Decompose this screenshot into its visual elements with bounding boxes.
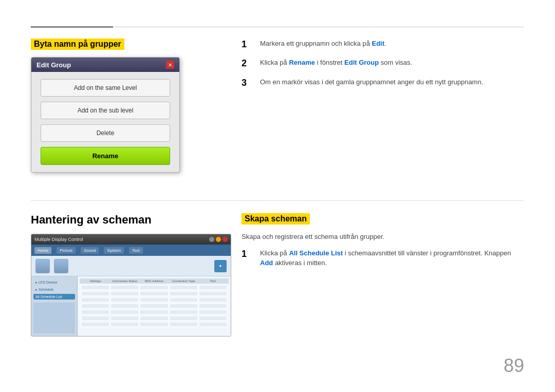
col-port: Port: [199, 279, 227, 283]
cell-20: [199, 304, 227, 308]
cell-2: [111, 286, 138, 289]
section2-text-1: Klicka på All Schedule List i schemaavsn…: [260, 248, 524, 268]
col-mac: MAC Address: [140, 279, 168, 283]
mock-window-buttons: [209, 237, 228, 242]
instruction-number-3: 3: [242, 77, 256, 89]
toolbar-icon-1: [35, 259, 50, 273]
close-icon: [223, 237, 228, 242]
mock-title: Multiple Display Control: [34, 237, 83, 242]
nav-sound: Sound: [81, 247, 99, 254]
section2-instructions: 1 Klicka på All Schedule List i schemaav…: [242, 248, 524, 268]
dialog-body: Add on the same Level Add on the sub lev…: [31, 72, 179, 172]
section2-left: Hantering av scheman Multiple Display Co…: [31, 213, 236, 337]
cell-35: [199, 323, 227, 326]
cell-7: [111, 292, 138, 295]
cell-11: [82, 298, 109, 302]
section2-left-heading: Hantering av scheman: [31, 213, 236, 227]
sidebar-schedule: ▸ Schedule: [33, 287, 75, 293]
cell-29: [170, 316, 197, 320]
section1-left: Byta namn på grupper Edit Group ✕ Add on…: [31, 39, 221, 173]
dialog-close-button[interactable]: ✕: [166, 61, 174, 69]
cell-24: [170, 310, 197, 314]
instruction-number-2: 2: [242, 58, 256, 69]
instructions-list: 1 Markera ett gruppnamn och klicka på Ed…: [242, 39, 524, 89]
section-divider: [31, 200, 524, 201]
cell-12: [111, 298, 138, 302]
mock-main: Settings Connection Status MAC Address C…: [78, 276, 231, 336]
table-row-5: [80, 309, 229, 315]
table-row-3: [80, 297, 229, 303]
cell-3: [140, 286, 168, 289]
col-settings: Settings: [82, 279, 109, 283]
section2-instruction-1: 1 Klicka på All Schedule List i schemaav…: [242, 248, 524, 268]
cell-5: [199, 286, 227, 289]
nav-home: Home: [34, 247, 51, 254]
sidebar-content-area: [33, 303, 75, 333]
sidebar-lfd: ▸ LFD Device: [33, 279, 75, 286]
cell-22: [111, 310, 138, 314]
all-schedule-link: All Schedule List: [289, 249, 343, 257]
instruction-3: 3 Om en markör visas i det gamla gruppna…: [242, 77, 524, 89]
page-number: 89: [504, 355, 524, 377]
section1-heading: Byta namn på grupper: [31, 39, 124, 50]
cell-14: [170, 298, 197, 302]
cell-6: [82, 292, 109, 295]
toolbar-icon-2: [54, 259, 68, 273]
add-link: Add: [260, 259, 273, 267]
edit-group-link: Edit Group: [344, 59, 379, 66]
minimize-icon: [209, 237, 214, 242]
edit-link: Edit: [372, 40, 385, 47]
dialog-titlebar: Edit Group ✕: [31, 58, 179, 72]
cell-34: [170, 323, 197, 326]
instruction-text-2: Klicka på Rename i fönstret Edit Group s…: [260, 58, 524, 68]
cell-9: [170, 292, 197, 295]
nav-system: System: [104, 247, 124, 254]
cell-19: [170, 304, 197, 308]
table-row-2: [80, 291, 229, 296]
mock-content: ▸ LFD Device ▸ Schedule All Schedule Lis…: [31, 276, 231, 336]
nav-tool: Tool: [129, 247, 143, 254]
cell-26: [82, 316, 109, 320]
cell-30: [199, 316, 227, 320]
add-sub-level-button[interactable]: Add on the sub level: [41, 102, 170, 119]
cell-25: [199, 310, 227, 314]
mock-table-header: Settings Connection Status MAC Address C…: [80, 278, 229, 284]
cell-10: [199, 292, 227, 295]
cell-32: [111, 323, 138, 326]
software-screenshot: Multiple Display Control Home Picture So…: [31, 234, 231, 337]
cell-33: [140, 323, 168, 326]
cell-4: [170, 286, 197, 289]
dialog-title: Edit Group: [36, 61, 71, 69]
cell-15: [199, 298, 227, 302]
table-row-7: [80, 322, 229, 327]
settings-icon: ●: [214, 260, 227, 272]
top-rule: [31, 27, 524, 27]
cell-13: [140, 298, 168, 302]
mock-sidebar: ▸ LFD Device ▸ Schedule All Schedule Lis…: [31, 276, 78, 336]
delete-button[interactable]: Delete: [41, 124, 170, 142]
rename-link: Rename: [289, 59, 315, 66]
mock-titlebar: Multiple Display Control: [31, 234, 231, 245]
cell-1: [82, 286, 109, 289]
cell-28: [140, 316, 168, 320]
edit-group-dialog: Edit Group ✕ Add on the same Level Add o…: [31, 57, 180, 173]
cell-23: [140, 310, 168, 314]
instruction-text-1: Markera ett gruppnamn och klicka på Edit…: [260, 39, 524, 49]
cell-31: [82, 323, 109, 326]
cell-27: [111, 316, 138, 320]
instruction-number-1: 1: [242, 39, 256, 50]
mock-toolbar: ●: [31, 256, 231, 276]
table-row-1: [80, 285, 229, 290]
section2-right-heading: Skapa scheman: [242, 213, 310, 225]
table-row-4: [80, 303, 229, 309]
add-same-level-button[interactable]: Add on the same Level: [41, 79, 170, 97]
table-row-6: [80, 315, 229, 321]
instruction-text-3: Om en markör visas i det gamla gruppnamn…: [260, 77, 524, 87]
rename-button[interactable]: Rename: [41, 147, 170, 165]
nav-picture: Picture: [57, 247, 76, 254]
cell-16: [82, 304, 109, 308]
section2-number-1: 1: [242, 248, 256, 260]
instruction-2: 2 Klicka på Rename i fönstret Edit Group…: [242, 58, 524, 69]
section2-description: Skapa och registrera ett schema utifrån …: [242, 232, 524, 242]
col-connection: Connection Status: [111, 279, 138, 283]
